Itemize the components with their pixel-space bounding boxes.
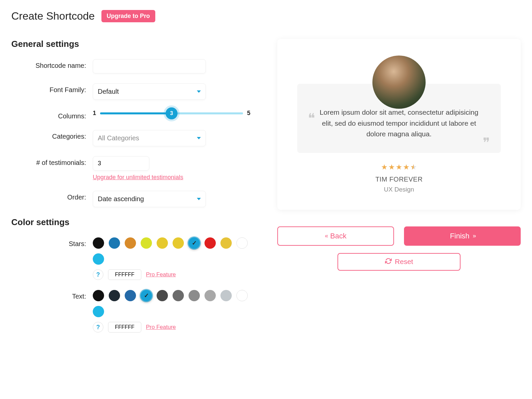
color-swatch[interactable]: [236, 290, 248, 301]
refresh-icon: [385, 258, 392, 266]
testimonials-count-label: # of testimonials:: [11, 156, 93, 167]
categories-value: All Categories: [98, 134, 139, 142]
color-swatch[interactable]: ✓: [141, 290, 152, 301]
stars-hex-input[interactable]: [108, 269, 141, 280]
shortcode-name-input[interactable]: [93, 59, 206, 73]
color-swatch[interactable]: [220, 290, 232, 301]
color-swatch[interactable]: [173, 290, 184, 301]
color-swatch[interactable]: [220, 237, 232, 249]
color-swatch[interactable]: [204, 237, 216, 249]
star-icon: ★: [388, 163, 395, 172]
color-swatch[interactable]: [109, 237, 120, 249]
chevron-left-icon: «: [325, 232, 327, 239]
color-swatch[interactable]: [125, 237, 136, 249]
color-swatch[interactable]: [141, 237, 152, 249]
finish-button-label: Finish: [450, 232, 469, 240]
testimonials-count-input[interactable]: [93, 156, 149, 171]
quote-text: Lorem ipsum dolor sit amet, consectetur …: [317, 107, 481, 140]
star-icon: ★: [381, 163, 388, 172]
color-swatch[interactable]: [157, 290, 168, 301]
color-swatch[interactable]: [93, 253, 104, 265]
categories-label: Categories:: [11, 130, 93, 140]
font-family-select[interactable]: Default: [93, 83, 206, 100]
color-swatch[interactable]: [204, 290, 216, 301]
columns-min: 1: [93, 110, 96, 117]
stars-swatches: ✓: [93, 237, 252, 265]
columns-slider-thumb[interactable]: 3: [166, 107, 178, 119]
color-settings-heading: Color settings: [11, 217, 264, 227]
color-swatch[interactable]: [157, 237, 168, 249]
chevron-right-icon: »: [473, 232, 475, 239]
author-role: UX Design: [297, 186, 501, 193]
color-swatch[interactable]: [93, 290, 104, 301]
star-half-icon: ★: [410, 163, 417, 172]
avatar: [372, 56, 426, 109]
color-swatch[interactable]: [173, 237, 184, 249]
color-swatch[interactable]: [93, 237, 104, 249]
quote-close-icon: ❞: [483, 140, 490, 146]
columns-label: Columns:: [11, 110, 93, 120]
order-label: Order:: [11, 191, 93, 201]
finish-button[interactable]: Finish »: [404, 226, 521, 246]
columns-max: 5: [247, 110, 250, 117]
shortcode-name-label: Shortcode name:: [11, 59, 93, 69]
reset-button[interactable]: Reset: [337, 253, 461, 271]
caret-down-icon: [197, 137, 201, 139]
columns-slider[interactable]: 3: [100, 112, 243, 115]
quote-open-icon: ❝: [308, 115, 315, 122]
caret-down-icon: [197, 198, 201, 200]
stars-color-label: Stars:: [11, 237, 93, 248]
order-select[interactable]: Date ascending: [93, 191, 206, 207]
text-color-label: Text:: [11, 290, 93, 300]
reset-button-label: Reset: [395, 258, 413, 266]
check-icon: ✓: [192, 239, 197, 247]
upgrade-to-pro-button[interactable]: Upgrade to Pro: [101, 10, 155, 22]
color-swatch[interactable]: ✓: [189, 237, 200, 249]
font-family-value: Default: [98, 88, 119, 95]
star-icon: ★: [396, 163, 402, 172]
text-hex-input[interactable]: [108, 322, 141, 332]
pro-feature-link[interactable]: Pro Feature: [146, 324, 176, 331]
color-swatch[interactable]: [93, 306, 104, 317]
help-icon[interactable]: ?: [93, 322, 103, 332]
color-swatch[interactable]: [189, 290, 200, 301]
page-title: Create Shortcode: [11, 10, 95, 22]
back-button[interactable]: « Back: [277, 226, 394, 246]
order-value: Date ascending: [98, 195, 144, 203]
color-swatch[interactable]: [109, 290, 120, 301]
general-settings-heading: General settings: [11, 39, 264, 49]
font-family-label: Font Family:: [11, 83, 93, 94]
star-icon: ★: [403, 163, 410, 172]
back-button-label: Back: [330, 232, 346, 240]
help-icon[interactable]: ?: [93, 269, 103, 280]
caret-down-icon: [197, 90, 201, 93]
check-icon: ✓: [144, 292, 149, 299]
categories-select[interactable]: All Categories: [93, 130, 206, 146]
pro-feature-link[interactable]: Pro Feature: [146, 271, 176, 278]
color-swatch[interactable]: [236, 237, 248, 249]
rating-stars: ★ ★ ★ ★ ★: [297, 163, 501, 172]
upgrade-unlimited-link[interactable]: Upgrade for unlimited testimonials: [93, 174, 183, 181]
preview-card: ❝ Lorem ipsum dolor sit amet, consectetu…: [277, 39, 521, 210]
color-swatch[interactable]: [125, 290, 136, 301]
author-name: TIM FOREVER: [297, 176, 501, 183]
text-swatches: ✓: [93, 290, 252, 317]
